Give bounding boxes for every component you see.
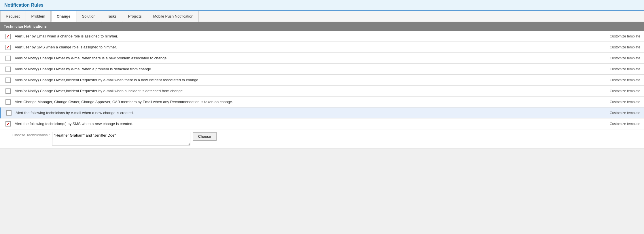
checkbox-unchecked-icon[interactable] xyxy=(5,88,11,94)
checkbox-5[interactable] xyxy=(4,78,12,83)
row-text-9: Alert the following technician(s) by SMS… xyxy=(12,122,605,126)
row-text-6: Alert(or Notify) Change Owner,Incident R… xyxy=(12,89,605,93)
checkbox-4[interactable] xyxy=(4,67,12,72)
notification-row-6: Alert(or Notify) Change Owner,Incident R… xyxy=(0,86,644,97)
customize-link-1[interactable]: Customize template xyxy=(605,34,640,38)
checkbox-unchecked-icon[interactable] xyxy=(5,67,11,72)
checkbox-7[interactable] xyxy=(4,99,12,105)
customize-link-9[interactable]: Customize template xyxy=(605,122,640,126)
customize-link-4[interactable]: Customize template xyxy=(605,67,640,71)
checkbox-checked-icon[interactable] xyxy=(5,45,11,50)
checkbox-3[interactable] xyxy=(4,56,12,61)
tab-change[interactable]: Change xyxy=(51,11,76,22)
tab-request[interactable]: Request xyxy=(0,11,25,22)
customize-link-7[interactable]: Customize template xyxy=(605,100,640,104)
row-text-2: Alert user by SMS when a change role is … xyxy=(12,45,605,49)
checkbox-8[interactable] xyxy=(5,110,13,116)
notification-row-5: Alert(or Notify) Change Owner,Incident R… xyxy=(0,75,644,86)
row-text-1: Alert user by Email when a change role i… xyxy=(12,34,605,38)
customize-link-8[interactable]: Customize template xyxy=(605,111,640,115)
tab-tasks[interactable]: Tasks xyxy=(102,11,122,22)
checkbox-2[interactable] xyxy=(4,45,12,50)
customize-link-6[interactable]: Customize template xyxy=(605,89,640,93)
notification-rules-page: Notification Rules Request Problem Chang… xyxy=(0,0,644,148)
page-title: Notification Rules xyxy=(0,0,644,11)
notification-row-8: Alert the following technicians by e-mai… xyxy=(0,107,644,118)
notification-row-3: Alert(or Notify) Change Owner by e-mail … xyxy=(0,53,644,64)
customize-link-3[interactable]: Customize template xyxy=(605,56,640,60)
checkbox-checked-icon[interactable] xyxy=(5,34,11,39)
checkbox-unchecked-icon[interactable] xyxy=(5,56,11,61)
notification-row-2: Alert user by SMS when a change role is … xyxy=(0,42,644,53)
checkbox-unchecked-icon[interactable] xyxy=(6,110,12,116)
checkbox-6[interactable] xyxy=(4,88,12,94)
tab-projects[interactable]: Projects xyxy=(123,11,147,22)
checkbox-9[interactable] xyxy=(4,121,12,127)
notification-row-7: Alert Change Manager, Change Owner, Chan… xyxy=(0,97,644,107)
checkbox-unchecked-icon[interactable] xyxy=(5,99,11,105)
technician-chooser-row: Choose Technicianss : "Heather Graham" a… xyxy=(0,129,644,148)
notification-row-9: Alert the following technician(s) by SMS… xyxy=(0,118,644,129)
technician-input-area: "Heather Graham" and "Jeniffer Doe" Choo… xyxy=(52,132,217,146)
row-text-8: Alert the following technicians by e-mai… xyxy=(13,111,605,115)
notification-row-4: Alert(or Notify) Change Owner by e-mail … xyxy=(0,64,644,75)
tab-problem[interactable]: Problem xyxy=(26,11,50,22)
row-text-3: Alert(or Notify) Change Owner by e-mail … xyxy=(12,56,605,60)
section-header: Technician Notifications xyxy=(0,22,644,31)
checkbox-1[interactable] xyxy=(4,34,12,39)
row-text-4: Alert(or Notify) Change Owner by e-mail … xyxy=(12,67,605,71)
tab-mobile-push[interactable]: Mobile Push Notification xyxy=(148,11,199,22)
row-text-5: Alert(or Notify) Change Owner,Incident R… xyxy=(12,78,605,82)
checkbox-unchecked-icon[interactable] xyxy=(5,78,11,83)
notification-row-1: Alert user by Email when a change role i… xyxy=(0,31,644,42)
customize-link-5[interactable]: Customize template xyxy=(605,78,640,82)
tabs-bar: Request Problem Change Solution Tasks Pr… xyxy=(0,11,644,22)
technician-textarea[interactable]: "Heather Graham" and "Jeniffer Doe" xyxy=(52,132,190,146)
tab-solution[interactable]: Solution xyxy=(77,11,101,22)
row-text-7: Alert Change Manager, Change Owner, Chan… xyxy=(12,100,605,104)
checkbox-checked-icon[interactable] xyxy=(5,121,11,127)
customize-link-2[interactable]: Customize template xyxy=(605,45,640,49)
choose-button[interactable]: Choose xyxy=(193,132,217,141)
technician-label: Choose Technicianss : xyxy=(12,132,50,137)
